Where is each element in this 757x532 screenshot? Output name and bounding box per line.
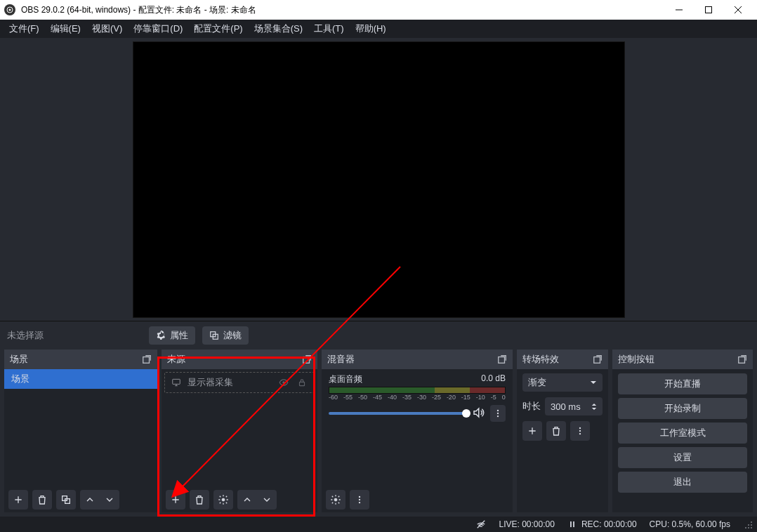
source-add-button[interactable] xyxy=(166,490,185,510)
svg-rect-16 xyxy=(499,357,505,364)
filters-button[interactable]: 滤镜 xyxy=(202,326,249,345)
source-up-button[interactable] xyxy=(237,490,257,510)
svg-point-23 xyxy=(359,502,360,503)
transitions-dock: 转场特效 渐变 时长 300 ms xyxy=(517,350,608,512)
scene-up-button[interactable] xyxy=(80,490,100,510)
pause-icon xyxy=(567,519,577,529)
popout-icon[interactable] xyxy=(142,354,152,364)
settings-button[interactable]: 设置 xyxy=(618,447,747,468)
properties-button[interactable]: 属性 xyxy=(149,326,195,345)
preview-canvas[interactable] xyxy=(133,42,624,317)
network-icon xyxy=(476,519,486,529)
mixer-ticks: -60-55-50-45-40-35-30-25-20-15-10-50 xyxy=(329,394,506,401)
properties-label: 属性 xyxy=(170,329,188,342)
transition-select[interactable]: 渐变 xyxy=(522,373,603,392)
svg-point-37 xyxy=(745,527,746,528)
start-recording-button[interactable]: 开始录制 xyxy=(618,398,747,419)
svg-point-35 xyxy=(751,527,752,528)
scene-remove-button[interactable] xyxy=(32,490,52,510)
window-maximize-button[interactable] xyxy=(694,0,723,20)
svg-point-18 xyxy=(497,413,499,414)
source-down-button[interactable] xyxy=(257,490,277,510)
scenes-header[interactable]: 场景 xyxy=(4,350,157,369)
speaker-icon[interactable] xyxy=(472,406,485,421)
menu-view[interactable]: 视图(V) xyxy=(87,20,127,37)
menu-edit[interactable]: 编辑(E) xyxy=(46,20,86,37)
mixer-channel: 桌面音频 0.0 dB -60-55-50-45-40-35-30-25-20-… xyxy=(322,369,513,423)
transition-menu-button[interactable] xyxy=(570,421,590,441)
source-visibility-toggle[interactable] xyxy=(277,376,290,389)
svg-point-27 xyxy=(579,433,581,434)
popout-icon[interactable] xyxy=(593,354,603,364)
svg-line-29 xyxy=(478,521,485,528)
mixer-dock: 混音器 桌面音频 0.0 dB -60-55-50-45-40-35-30-25… xyxy=(322,350,513,512)
controls-header[interactable]: 控制按钮 xyxy=(612,350,753,369)
svg-rect-28 xyxy=(739,357,745,364)
transitions-title: 转场特效 xyxy=(522,353,559,366)
popout-icon[interactable] xyxy=(497,354,507,364)
resize-grip-icon[interactable] xyxy=(743,519,753,529)
status-network xyxy=(476,519,486,529)
transitions-header[interactable]: 转场特效 xyxy=(517,350,608,369)
window-close-button[interactable] xyxy=(723,0,753,20)
menu-dock[interactable]: 停靠窗口(D) xyxy=(129,20,187,37)
scene-down-button[interactable] xyxy=(100,490,119,510)
scene-item-label: 场景 xyxy=(11,373,29,385)
mixer-menu-button[interactable] xyxy=(350,490,369,510)
popout-icon[interactable] xyxy=(737,354,747,364)
window-title: OBS 29.0.2 (64-bit, windows) - 配置文件: 未命名… xyxy=(21,4,664,16)
svg-rect-14 xyxy=(300,382,305,385)
monitor-icon xyxy=(171,377,182,388)
scene-filter-button[interactable] xyxy=(56,490,76,510)
window-minimize-button[interactable] xyxy=(664,0,694,20)
svg-point-20 xyxy=(334,498,337,501)
scene-add-button[interactable] xyxy=(8,490,28,510)
popout-icon[interactable] xyxy=(302,354,312,364)
scenes-dock: 场景 场景 xyxy=(4,350,157,512)
transition-duration-label: 时长 xyxy=(522,400,541,413)
svg-point-26 xyxy=(579,430,581,432)
menu-file[interactable]: 文件(F) xyxy=(4,20,44,37)
source-lock-toggle[interactable] xyxy=(296,376,308,389)
svg-point-36 xyxy=(748,527,749,528)
mixer-title: 混音器 xyxy=(327,353,355,366)
svg-point-34 xyxy=(748,524,749,526)
source-remove-button[interactable] xyxy=(190,490,209,510)
mixer-channel-menu[interactable] xyxy=(490,405,506,422)
svg-rect-8 xyxy=(143,357,150,364)
transition-current: 渐变 xyxy=(528,376,546,389)
menu-help[interactable]: 帮助(H) xyxy=(350,20,391,37)
transition-duration-input[interactable]: 300 ms xyxy=(545,397,603,415)
scenes-title: 场景 xyxy=(10,353,28,366)
svg-point-32 xyxy=(751,521,752,523)
status-rec: REC: 00:00:00 xyxy=(567,519,637,529)
menu-tools[interactable]: 工具(T) xyxy=(309,20,349,37)
source-toolbar: 未选择源 属性 滤镜 xyxy=(0,321,757,350)
scene-item[interactable]: 场景 xyxy=(4,369,157,389)
no-source-selected-label: 未选择源 xyxy=(7,329,44,342)
transition-duration-value: 300 ms xyxy=(551,401,581,412)
controls-dock: 控制按钮 开始直播 开始录制 工作室模式 设置 退出 xyxy=(612,350,753,512)
mixer-channel-db: 0.0 dB xyxy=(481,373,506,385)
start-streaming-button[interactable]: 开始直播 xyxy=(618,373,747,394)
source-properties-button[interactable] xyxy=(213,490,233,510)
mixer-header[interactable]: 混音器 xyxy=(322,350,513,369)
sources-header[interactable]: 来源 xyxy=(162,350,317,369)
menu-scenes[interactable]: 场景集合(S) xyxy=(249,20,308,37)
svg-point-1 xyxy=(9,9,11,11)
status-live: LIVE: 00:00:00 xyxy=(499,519,554,529)
transition-remove-button[interactable] xyxy=(546,421,566,441)
menu-profile[interactable]: 配置文件(P) xyxy=(189,20,247,37)
transition-add-button[interactable] xyxy=(522,421,542,441)
source-item[interactable]: 显示器采集 xyxy=(164,372,315,393)
controls-title: 控制按钮 xyxy=(618,353,654,366)
svg-point-15 xyxy=(222,498,225,501)
svg-point-21 xyxy=(359,496,360,498)
studio-mode-button[interactable]: 工作室模式 xyxy=(618,423,747,444)
mixer-volume-slider[interactable] xyxy=(329,412,466,415)
mixer-settings-button[interactable] xyxy=(326,490,345,510)
svg-rect-31 xyxy=(573,521,574,527)
svg-point-19 xyxy=(497,415,499,417)
spinner-icon[interactable] xyxy=(591,403,597,411)
exit-button[interactable]: 退出 xyxy=(618,472,747,493)
